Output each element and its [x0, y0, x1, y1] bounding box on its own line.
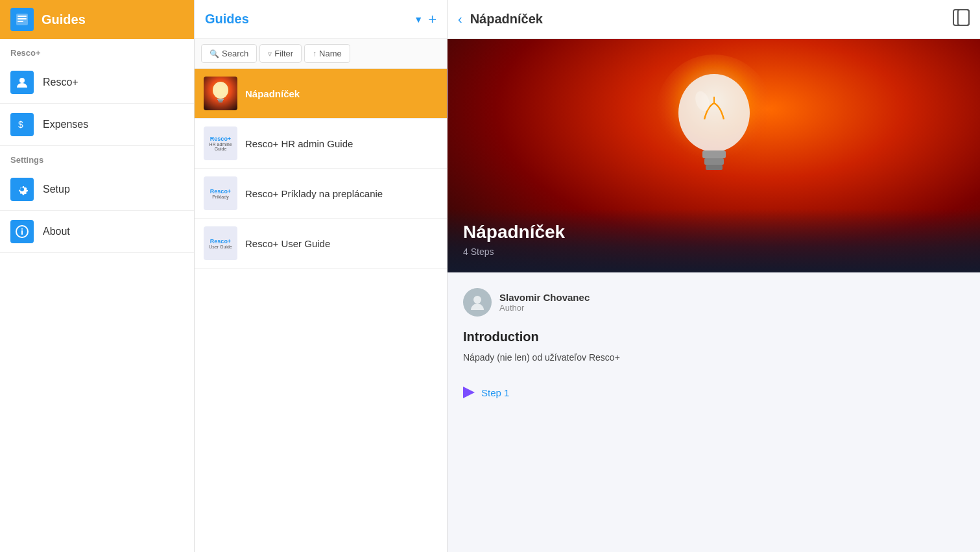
svg-text:$: $	[18, 119, 23, 130]
step-1-label[interactable]: Step 1	[481, 387, 509, 398]
name-sort-button[interactable]: ↑ Name	[304, 44, 350, 63]
middle-header-title: Guides	[205, 12, 409, 27]
sidebar-item-expenses[interactable]: $ Expenses	[0, 104, 194, 146]
sidebar-item-setup[interactable]: Setup	[0, 169, 194, 211]
guide-thumb-napadnicek	[204, 77, 237, 110]
svg-rect-10	[953, 10, 969, 25]
guide-title-hr-admin: Resco+ HR admin Guide	[245, 138, 353, 149]
svg-point-19	[473, 296, 481, 304]
resco-plus-label: Resco+	[43, 77, 78, 88]
sidebar-header: Guides	[0, 0, 194, 39]
author-role: Author	[499, 303, 590, 313]
sidebar: Guides Resco+ Resco+ $ Expenses Settings…	[0, 0, 195, 552]
back-icon[interactable]: ‹	[458, 12, 462, 27]
filter-label: Filter	[274, 49, 293, 58]
middle-panel: Guides ▼ + 🔍 Search ▿ Filter ↑ Name	[195, 0, 448, 552]
guide-item-napadnicek[interactable]: Nápadníček	[195, 69, 447, 119]
resco-thumb-user: Resco+ User Guide	[204, 226, 237, 260]
guide-title-user-guide: Resco+ User Guide	[245, 238, 330, 249]
svg-rect-7	[21, 230, 23, 235]
settings-section-label: Settings	[0, 146, 194, 169]
search-button[interactable]: 🔍 Search	[201, 44, 257, 63]
detail-header-title: Nápadníček	[470, 12, 945, 27]
step-1-item: Step 1	[463, 380, 964, 405]
step-1-icon	[463, 387, 475, 398]
detail-hero: Nápadníček 4 Steps	[448, 39, 980, 272]
author-row: Slavomir Chovanec Author	[463, 288, 964, 317]
sidebar-title: Guides	[42, 12, 86, 27]
filter-button[interactable]: ▿ Filter	[259, 44, 302, 63]
filter-icon: ▿	[268, 49, 272, 58]
guide-item-hr-admin[interactable]: Resco+ HR admineGuide Resco+ HR admin Gu…	[195, 119, 447, 169]
bulb-thumbnail	[204, 77, 237, 110]
setup-icon	[10, 178, 34, 201]
svg-rect-16	[704, 158, 724, 165]
svg-rect-11	[958, 10, 969, 25]
resco-section-label: Resco+	[0, 39, 194, 62]
guide-item-user-guide[interactable]: Resco+ User Guide Resco+ User Guide	[195, 219, 447, 269]
detail-panel: ‹ Nápadníček	[448, 0, 980, 552]
search-icon: 🔍	[209, 49, 219, 58]
hero-overlay: Nápadníček 4 Steps	[448, 209, 980, 272]
intro-text: Nápady (nie len) od užívateľov Resco+	[463, 351, 964, 365]
sidebar-item-about[interactable]: About	[0, 211, 194, 253]
intro-title: Introduction	[463, 330, 964, 344]
svg-point-9	[213, 82, 228, 99]
add-guide-icon[interactable]: +	[428, 11, 436, 28]
about-label: About	[43, 226, 70, 237]
hero-guide-title: Nápadníček	[463, 222, 964, 243]
resco-plus-icon	[10, 71, 34, 94]
resco-thumb-hr: Resco+ HR admineGuide	[204, 126, 237, 160]
middle-header: Guides ▼ +	[195, 0, 447, 39]
svg-point-4	[19, 78, 25, 83]
svg-rect-8	[21, 228, 23, 230]
svg-rect-3	[18, 21, 23, 22]
search-label: Search	[222, 49, 248, 58]
svg-rect-1	[18, 16, 27, 17]
setup-label: Setup	[43, 184, 70, 195]
detail-content: Nápadníček 4 Steps Slavomir Chovanec Aut…	[448, 39, 980, 552]
hero-steps: 4 Steps	[463, 246, 964, 257]
middle-toolbar: 🔍 Search ▿ Filter ↑ Name	[195, 39, 447, 69]
guide-thumb-hr-admin: Resco+ HR admineGuide	[204, 126, 237, 160]
author-name: Slavomir Chovanec	[499, 292, 590, 303]
svg-rect-2	[18, 18, 27, 19]
guide-title-priklady: Resco+ Príklady na preplácanie	[245, 188, 383, 199]
expand-icon[interactable]	[953, 9, 970, 30]
resco-thumb-priklady: Resco+ Príklady	[204, 176, 237, 210]
about-icon	[10, 220, 34, 243]
guide-list: Nápadníček Resco+ HR admineGuide Resco+ …	[195, 69, 447, 552]
author-avatar	[463, 288, 492, 317]
guide-title-napadnicek: Nápadníček	[245, 88, 300, 99]
guides-icon	[10, 8, 34, 31]
author-info: Slavomir Chovanec Author	[499, 292, 590, 313]
detail-body: Slavomir Chovanec Author Introduction Ná…	[448, 272, 980, 420]
guide-thumb-priklady: Resco+ Príklady	[204, 176, 237, 210]
sort-icon: ↑	[313, 49, 317, 58]
detail-header: ‹ Nápadníček	[448, 0, 980, 39]
sidebar-item-resco-plus[interactable]: Resco+	[0, 62, 194, 104]
name-label: Name	[319, 49, 342, 58]
guide-thumb-user-guide: Resco+ User Guide	[204, 226, 237, 260]
chevron-down-icon[interactable]: ▼	[414, 14, 423, 25]
expenses-label: Expenses	[43, 119, 88, 130]
guide-item-priklady[interactable]: Resco+ Príklady Resco+ Príklady na prepl…	[195, 169, 447, 219]
svg-rect-17	[706, 165, 723, 170]
svg-rect-15	[702, 150, 726, 158]
expenses-icon: $	[10, 113, 34, 136]
svg-point-13	[678, 74, 750, 152]
